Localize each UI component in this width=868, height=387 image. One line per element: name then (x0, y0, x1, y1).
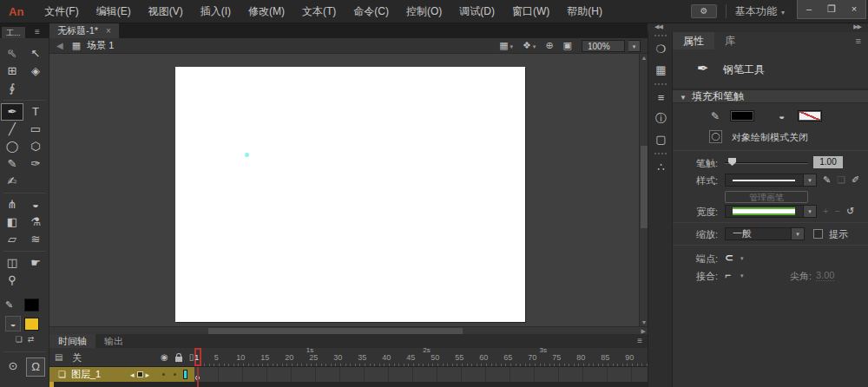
width-profile-dropdown[interactable]: ▾ (725, 205, 817, 218)
delete-width-profile-icon[interactable]: − (834, 206, 839, 217)
miter-value[interactable]: 3.00 (816, 270, 834, 281)
rectangle-tool[interactable]: ▭ (24, 121, 47, 138)
slider-thumb[interactable] (728, 158, 736, 166)
menu-item-control[interactable]: 控制(O) (398, 0, 450, 23)
eraser-tool[interactable]: ▱ (1, 231, 23, 248)
layer-frames[interactable] (194, 367, 648, 382)
object-drawing-toggle[interactable]: ⊙ (3, 357, 23, 377)
menu-item-help[interactable]: 帮助(H) (558, 0, 611, 23)
menu-item-window[interactable]: 窗口(W) (503, 0, 558, 23)
section-collapse-icon[interactable]: ▼ (680, 94, 687, 102)
fill-color-swatch[interactable] (798, 110, 822, 121)
vertical-scrollbar[interactable]: ▲ ▼ (639, 54, 648, 326)
tools-panel-menu-icon[interactable]: ≡ (35, 27, 40, 36)
bone-tool[interactable]: ⋔ (1, 196, 23, 213)
pen-tool[interactable]: ✒ (1, 103, 23, 121)
dock-grip[interactable] (654, 35, 667, 37)
paint-bucket-tool[interactable]: ◒ (24, 196, 47, 213)
pasteboard[interactable] (49, 54, 639, 326)
menu-item-commands[interactable]: 命令(C) (345, 0, 398, 23)
cap-style-icon[interactable]: ⊂ (725, 252, 733, 264)
brush-library-icon[interactable]: ✐ (852, 174, 859, 186)
free-transform-tool[interactable]: ⊞ (1, 62, 23, 80)
layer-visibility-dot[interactable] (162, 373, 165, 376)
horizontal-scroll-thumb[interactable] (208, 328, 463, 334)
oval-tool[interactable]: ◯ (1, 138, 23, 155)
parent-view-icon[interactable]: ▤ (55, 352, 62, 362)
swatches-panel-icon[interactable]: ▦ (648, 60, 674, 81)
stroke-style-dropdown[interactable]: ▾ (725, 174, 817, 187)
collapse-left-icon[interactable]: ◀◀ (654, 23, 662, 30)
swap-colors[interactable]: ⇄ (28, 333, 35, 345)
clip-content-button[interactable]: ▣ (563, 40, 572, 51)
zoom-level-field[interactable]: 100% (582, 40, 625, 52)
ink-bottle-tool[interactable]: ◧ (1, 213, 23, 231)
close-button[interactable]: × (843, 0, 865, 18)
menu-item-text[interactable]: 文本(T) (293, 0, 345, 23)
menu-item-insert[interactable]: 插入(I) (192, 0, 240, 23)
stroke-size-slider[interactable] (725, 162, 808, 164)
minimize-button[interactable]: – (798, 0, 820, 18)
show-hide-column-icon[interactable]: ◉ (161, 352, 168, 362)
brush-tool[interactable]: ✑ (24, 155, 47, 173)
stroke-size-value[interactable]: 1.00 (813, 156, 843, 168)
gradient-transform-tool[interactable]: ◈ (24, 62, 47, 80)
menu-item-view[interactable]: 视图(V) (140, 0, 192, 23)
snap-to-objects-toggle[interactable]: Ω (26, 357, 45, 377)
stage-canvas[interactable] (175, 67, 525, 322)
layer-next[interactable]: ▸ (146, 371, 150, 379)
align-panel-icon[interactable]: ≡ (648, 88, 674, 108)
lasso-tool[interactable]: ∮ (1, 80, 23, 97)
edit-stroke-style-icon[interactable]: ✎ (823, 174, 831, 186)
manage-brushes-button[interactable]: 管理画笔 (725, 191, 808, 203)
width-tool[interactable]: ≋ (24, 231, 47, 248)
tab-library[interactable]: 库 (714, 32, 746, 49)
stroke-color-swatch[interactable] (730, 110, 754, 121)
close-icon[interactable]: × (106, 26, 111, 36)
menu-item-debug[interactable]: 调试(D) (450, 0, 503, 23)
dock-grip[interactable] (654, 153, 667, 155)
text-tool[interactable]: T (24, 103, 47, 121)
tab-output[interactable]: 输出 (95, 334, 132, 348)
parent-view-label[interactable]: 关 (72, 351, 82, 364)
chevron-down-icon[interactable]: ▾ (803, 174, 816, 186)
chevron-down-icon[interactable]: ▾ (803, 206, 816, 217)
tools-panel-tab[interactable]: 工... (2, 27, 25, 38)
stroke-color-swatch[interactable] (24, 298, 39, 312)
add-width-profile-icon[interactable]: + (823, 206, 828, 217)
menu-item-file[interactable]: 文件(F) (36, 0, 87, 23)
hand-tool[interactable]: ☛ (24, 254, 47, 272)
color-panel-icon[interactable]: ❍ (648, 39, 674, 60)
layer-lock-dot[interactable] (174, 373, 176, 376)
vertical-scroll-thumb[interactable] (641, 146, 648, 228)
menu-item-modify[interactable]: 修改(M) (240, 0, 293, 23)
workspace-switcher[interactable]: 基本功能▾ (735, 4, 785, 19)
transform-panel-icon[interactable]: ▢ (648, 129, 674, 150)
frame-ruler[interactable]: 1510152025303540455055606570758085901s2s… (194, 348, 648, 367)
layer-name[interactable]: 图层_1 (71, 368, 101, 381)
polystar-tool[interactable]: ⬡ (24, 138, 47, 155)
fill-color-swatch[interactable] (24, 318, 39, 331)
center-frame-button[interactable]: ⊕ (545, 40, 553, 51)
chevron-down-icon[interactable]: ▾ (740, 272, 744, 279)
paint-brush-tool[interactable]: ✍ (1, 173, 23, 190)
layer-outline-color[interactable] (183, 370, 187, 379)
hints-checkbox[interactable] (813, 229, 823, 239)
layer-marker[interactable] (137, 371, 143, 377)
chevron-down-icon[interactable]: ▾ (791, 228, 804, 239)
zoom-tool[interactable]: ⚲ (1, 272, 23, 289)
horizontal-scrollbar[interactable]: ▶ (49, 326, 648, 334)
object-drawing-icon[interactable]: ◯ (709, 130, 722, 143)
layer-name-cell[interactable]: ❏ 图层_1 ◂▸ (49, 367, 194, 382)
collapse-right-icon[interactable]: ▶▶ (853, 23, 861, 30)
pencil-tool[interactable]: ✎ (1, 155, 23, 173)
back-arrow-icon[interactable]: ◀ (56, 41, 63, 50)
edit-symbols-button[interactable]: ❖ ▾ (523, 40, 536, 51)
restore-button[interactable]: ❐ (820, 0, 843, 18)
eyedropper-tool[interactable]: ⚗ (24, 213, 47, 231)
info-panel-icon[interactable]: ⓘ (648, 108, 674, 129)
join-style-icon[interactable]: ⌐ (725, 269, 731, 281)
properties-panel-menu-icon[interactable]: ≡ (856, 36, 861, 46)
line-tool[interactable]: ╱ (1, 121, 23, 138)
selection-tool[interactable]: ↖ (24, 45, 47, 62)
